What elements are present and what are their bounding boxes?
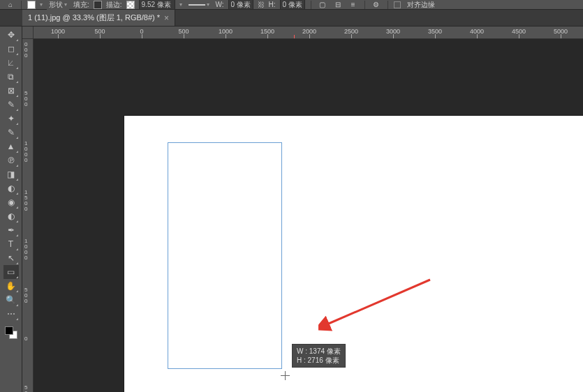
flyout-indicator — [16, 179, 18, 181]
chevron-down-icon: ▾ — [207, 1, 209, 8]
tool-preset-swatch[interactable] — [27, 1, 36, 9]
drawn-rectangle-shape[interactable] — [168, 142, 282, 369]
foreground-background-colors[interactable] — [3, 325, 19, 340]
document-tab[interactable]: 1 (11).jpg @ 33.3% (图层 1, RGB/8#) * × — [22, 10, 175, 26]
frame-tool[interactable]: ⊠ — [3, 84, 19, 98]
ruler-tick — [58, 34, 59, 38]
healing-brush-tool[interactable]: ✦ — [3, 112, 19, 126]
flyout-indicator — [16, 123, 18, 125]
lasso-tool[interactable]: ⟀ — [3, 56, 19, 70]
path-operations-icon[interactable]: ▢ — [317, 0, 328, 10]
ruler-tick — [519, 34, 519, 38]
height-label: H: — [269, 1, 276, 8]
options-bar: ⌂ ▾ 形状 ▾ 填充: 描边: ▾ ▾ W: ⛓ H: ▢ ⊟ ≡ ⚙ 对齐边… — [0, 0, 583, 10]
crosshair-cursor — [281, 371, 290, 380]
flyout-indicator — [16, 95, 18, 97]
link-icon[interactable]: ⛓ — [258, 1, 265, 8]
stroke-preview — [189, 4, 205, 6]
flyout-indicator — [16, 290, 18, 292]
edit-toolbar[interactable]: ⋯ — [3, 307, 19, 321]
history-brush-tool[interactable]: ℗ — [3, 153, 19, 167]
home-icon[interactable]: ⌂ — [6, 0, 15, 10]
stroke-style-dropdown[interactable]: ▾ — [186, 1, 212, 8]
eyedropper-tool[interactable]: ✎ — [3, 98, 19, 112]
flyout-indicator — [16, 193, 18, 195]
clone-stamp-tool[interactable]: ▲ — [3, 140, 19, 153]
flyout-indicator — [16, 234, 18, 236]
fill-swatch[interactable] — [94, 1, 102, 9]
document-tab-title: 1 (11).jpg @ 33.3% (图层 1, RGB/8#) * — [28, 13, 160, 23]
shape-mode-dropdown[interactable]: 形状 ▾ — [47, 0, 69, 10]
divider — [364, 1, 365, 9]
divider — [388, 1, 388, 9]
ruler-tick-label: 1 0 0 0 — [24, 141, 27, 163]
ruler-origin[interactable] — [22, 27, 34, 39]
flyout-indicator — [16, 109, 18, 111]
flyout-indicator — [16, 318, 18, 320]
zoom-tool[interactable]: 🔍 — [3, 293, 19, 307]
ruler-tick — [100, 34, 101, 38]
ruler-tick — [226, 34, 226, 38]
ruler-tick-label: 0 — [24, 336, 27, 342]
width-label: W: — [216, 1, 224, 8]
ruler-tick — [184, 34, 184, 38]
document-tab-bar: 1 (11).jpg @ 33.3% (图层 1, RGB/8#) * × — [0, 10, 583, 27]
vertical-ruler[interactable]: 0 0 05 0 01 0 0 01 5 0 01 0 0 05 0 005 0… — [22, 39, 34, 392]
tooltip-h-label: H : — [297, 356, 306, 364]
ruler-tick — [142, 34, 142, 38]
divider — [311, 1, 311, 9]
rectangle-tool[interactable]: ▭ — [3, 265, 19, 279]
foreground-color-swatch[interactable] — [5, 326, 13, 335]
ruler-tick-label: 5 0 0 — [24, 385, 27, 392]
tooltip-w-label: W : — [297, 347, 307, 355]
ruler-tick — [309, 34, 310, 38]
flyout-indicator — [16, 248, 18, 250]
flyout-indicator — [16, 151, 18, 153]
move-tool[interactable]: ✥ — [3, 28, 19, 42]
stroke-swatch[interactable] — [126, 1, 135, 9]
flyout-indicator — [16, 39, 18, 41]
flyout-indicator — [16, 53, 18, 55]
gradient-tool[interactable]: ◐ — [3, 181, 19, 195]
brush-tool[interactable]: ✎ — [3, 126, 19, 140]
stroke-label: 描边: — [106, 0, 122, 10]
ruler-tick — [267, 34, 268, 38]
shape-dimensions-tooltip: W : 1374 像素 H : 2716 像素 — [292, 344, 346, 368]
ruler-tick — [561, 34, 561, 38]
ruler-tick-label: 5 0 0 — [24, 287, 27, 304]
ruler-tick — [477, 34, 478, 38]
path-selection-tool[interactable]: ↖ — [3, 251, 19, 265]
close-icon[interactable]: × — [164, 13, 169, 23]
path-alignment-icon[interactable]: ⊟ — [332, 0, 344, 10]
document-canvas[interactable] — [124, 116, 583, 392]
gear-icon[interactable]: ⚙ — [371, 0, 382, 10]
eraser-tool[interactable]: ◨ — [3, 167, 19, 181]
align-edges-label: 对齐边缘 — [407, 0, 435, 10]
ruler-tick-label: 0 0 0 — [24, 42, 27, 59]
canvas-viewport[interactable]: W : 1374 像素 H : 2716 像素 — [34, 39, 583, 392]
chevron-down-icon[interactable]: ▾ — [179, 1, 182, 8]
pen-tool[interactable]: ✒ — [3, 223, 19, 237]
ruler-tick — [435, 34, 436, 38]
flyout-indicator — [16, 220, 18, 223]
align-edges-checkbox[interactable] — [394, 1, 401, 8]
ruler-tick — [393, 34, 394, 38]
chevron-down-icon[interactable]: ▾ — [40, 1, 43, 8]
divider — [21, 1, 22, 9]
height-input[interactable] — [280, 0, 305, 10]
horizontal-ruler[interactable]: 1000500050010001500200025003000350040004… — [34, 27, 583, 39]
flyout-indicator — [16, 165, 18, 167]
path-arrangement-icon[interactable]: ≡ — [348, 0, 359, 10]
ruler-tick-label: 1 5 0 0 — [24, 190, 27, 212]
flyout-indicator — [16, 304, 18, 306]
marquee-tool[interactable]: ◻ — [3, 42, 19, 56]
width-input[interactable] — [228, 0, 253, 10]
stroke-width-input[interactable] — [139, 0, 175, 10]
hand-tool[interactable]: ✋ — [3, 279, 19, 293]
crop-tool[interactable]: ⧉ — [3, 70, 19, 84]
type-tool[interactable]: T — [3, 237, 19, 251]
flyout-indicator — [16, 81, 18, 83]
main-workspace: 1000500050010001500200025003000350040004… — [22, 27, 583, 392]
blur-tool[interactable]: ◉ — [3, 195, 19, 209]
dodge-tool[interactable]: ◐ — [3, 209, 19, 223]
